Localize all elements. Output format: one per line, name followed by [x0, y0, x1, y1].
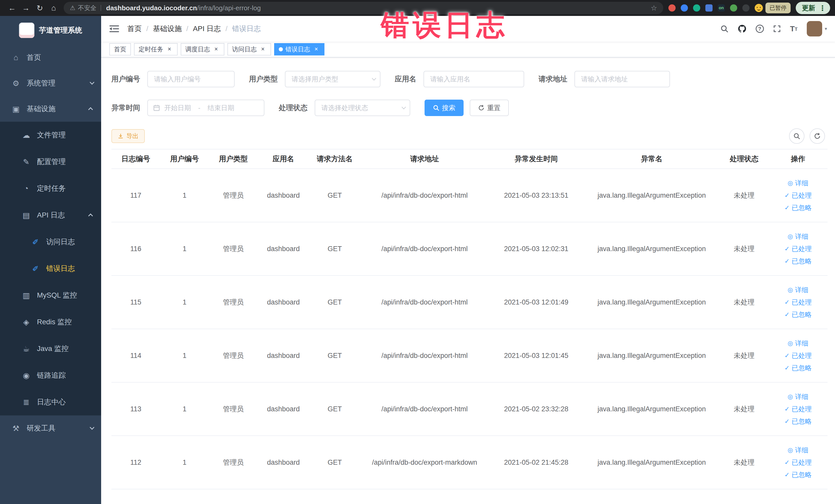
processed-link[interactable]: ✓已处理: [772, 296, 824, 308]
sidebar-item-access-log[interactable]: ✐ 访问日志: [0, 228, 101, 255]
check-icon: ✓: [785, 296, 790, 308]
sidebar-item-redis-monitor[interactable]: ◈ Redis 监控: [0, 309, 101, 335]
cell-method: GET: [309, 436, 360, 489]
table-row: 115 1 管理员 dashboard GET /api/infra/db-do…: [111, 276, 828, 329]
ignored-link[interactable]: ✓已忽略: [772, 255, 824, 267]
detail-link[interactable]: ◎详细: [772, 284, 824, 296]
processed-link[interactable]: ✓已处理: [772, 189, 824, 202]
sidebar-collapse-icon[interactable]: [109, 25, 119, 33]
fullscreen-icon[interactable]: [773, 25, 781, 33]
tab-error-log[interactable]: 错误日志: [274, 43, 324, 56]
extension-blue-icon[interactable]: [681, 4, 688, 12]
search-icon[interactable]: [720, 25, 729, 33]
close-icon[interactable]: [166, 46, 173, 53]
cell-actions: ◎详细 ✓已处理 ✓已忽略: [769, 276, 828, 329]
sidebar-item-trace[interactable]: ◉ 链路追踪: [0, 362, 101, 389]
ignored-link[interactable]: ✓已忽略: [772, 415, 824, 427]
browser-update-button[interactable]: 更新 ⋮: [796, 2, 830, 14]
request-url-input[interactable]: [574, 71, 670, 87]
extension-on-icon[interactable]: on: [718, 4, 725, 12]
sidebar-item-label: 基础设施: [27, 104, 56, 114]
extension-teal-icon[interactable]: [693, 4, 700, 12]
tab-dispatch-log[interactable]: 调度日志: [181, 43, 224, 56]
sidebar-item-dev-tools[interactable]: ⚒ 研发工具: [0, 416, 101, 441]
avatar[interactable]: [807, 21, 822, 37]
emoji-face-icon[interactable]: [755, 4, 763, 12]
browser-reload-icon[interactable]: ↻: [33, 1, 47, 15]
browser-menu-icon[interactable]: ⋮: [819, 4, 826, 12]
sidebar-item-label: 日志中心: [37, 397, 66, 407]
bookmark-star-icon[interactable]: ☆: [651, 4, 657, 12]
processed-link[interactable]: ✓已处理: [772, 243, 824, 255]
user-type-select[interactable]: 请选择用户类型: [285, 71, 381, 87]
browser-forward-icon[interactable]: →: [19, 1, 33, 15]
help-icon[interactable]: ?: [756, 25, 764, 33]
processed-link[interactable]: ✓已处理: [772, 456, 824, 468]
refresh-table-button[interactable]: [810, 128, 825, 144]
user-menu[interactable]: ▾: [807, 21, 827, 37]
export-button[interactable]: 导出: [111, 129, 145, 143]
date-range-picker[interactable]: 开始日期 - 结束日期: [147, 100, 264, 116]
sidebar-item-config-manage[interactable]: ✎ 配置管理: [0, 148, 101, 175]
cell-app-name: dashboard: [258, 329, 309, 382]
ignored-link[interactable]: ✓已忽略: [772, 468, 824, 481]
exception-time-label: 异常时间: [111, 103, 140, 113]
clock-icon: ◔: [21, 184, 32, 193]
ignored-link[interactable]: ✓已忽略: [772, 308, 824, 321]
cell-status: 未处理: [720, 169, 769, 222]
tab-home[interactable]: 首页: [109, 43, 131, 56]
table-row: 117 1 管理员 dashboard GET /api/infra/db-do…: [111, 169, 828, 222]
process-status-select[interactable]: 请选择处理状态: [315, 100, 410, 116]
breadcrumb-home[interactable]: 首页: [127, 24, 142, 34]
extension-grid-icon[interactable]: [705, 4, 713, 12]
close-icon[interactable]: [259, 46, 266, 53]
sidebar-item-infra[interactable]: ▣ 基础设施: [0, 96, 101, 122]
font-size-icon[interactable]: TT: [790, 25, 797, 33]
search-button[interactable]: 搜索: [425, 100, 464, 116]
close-icon[interactable]: [212, 46, 220, 53]
ignored-link[interactable]: ✓已忽略: [772, 362, 824, 374]
sidebar-item-home[interactable]: ⌂ 首页: [0, 45, 101, 70]
extension-paw-icon[interactable]: [742, 4, 750, 12]
sidebar-item-java-monitor[interactable]: ☕ Java 监控: [0, 335, 101, 362]
extension-green-icon[interactable]: [730, 4, 737, 12]
app-logo[interactable]: 芋道管理系统: [0, 16, 101, 45]
tab-scheduled-job[interactable]: 定时任务: [134, 43, 178, 56]
tab-access-log[interactable]: 访问日志: [227, 43, 271, 56]
hide-search-button[interactable]: [789, 128, 805, 144]
sidebar-item-error-log[interactable]: ✐ 错误日志: [0, 255, 101, 282]
detail-link[interactable]: ◎详细: [772, 337, 824, 349]
sidebar-item-scheduled-job[interactable]: ◔ 定时任务: [0, 175, 101, 202]
sidebar-item-system[interactable]: ⚙ 系统管理: [0, 70, 101, 96]
page-content: 用户编号 用户类型 请选择用户类型 应用名: [101, 58, 835, 504]
breadcrumb-api-log[interactable]: API 日志: [193, 24, 221, 34]
breadcrumb-infra[interactable]: 基础设施: [153, 24, 182, 34]
close-icon[interactable]: [313, 46, 320, 53]
ignored-link[interactable]: ✓已忽略: [772, 202, 824, 214]
processed-link[interactable]: ✓已处理: [772, 349, 824, 362]
app-name-input[interactable]: [424, 71, 524, 87]
user-type-label: 用户类型: [249, 74, 278, 84]
reset-button[interactable]: 重置: [470, 100, 509, 116]
sidebar-item-log-center[interactable]: ≣ 日志中心: [0, 389, 101, 416]
detail-link[interactable]: ◎详细: [772, 390, 824, 403]
detail-link[interactable]: ◎详细: [772, 444, 824, 456]
address-bar[interactable]: ⚠ 不安全 dashboard.yudao.iocoder.cn/infra/l…: [64, 2, 663, 14]
user-id-input[interactable]: [147, 71, 235, 87]
browser-home-icon[interactable]: ⌂: [47, 1, 61, 15]
sidebar-item-api-log[interactable]: ▤ API 日志: [0, 202, 101, 228]
chevron-down-icon: [89, 80, 95, 85]
detail-link[interactable]: ◎详细: [772, 177, 824, 189]
cell-exception-name: java.lang.IllegalArgumentException: [584, 436, 720, 489]
cell-exception-time: 2021-05-03 23:13:51: [489, 169, 584, 222]
paused-badge[interactable]: 已暂停: [766, 3, 791, 13]
processed-link[interactable]: ✓已处理: [772, 403, 824, 415]
browser-back-icon[interactable]: ←: [5, 1, 19, 15]
cell-method: GET: [309, 329, 360, 382]
detail-link[interactable]: ◎详细: [772, 230, 824, 243]
github-icon[interactable]: [738, 24, 747, 33]
security-warning-label[interactable]: 不安全: [78, 4, 97, 12]
sidebar-item-file-manage[interactable]: ☁ 文件管理: [0, 122, 101, 148]
extension-red-icon[interactable]: [668, 4, 676, 12]
sidebar-item-mysql-monitor[interactable]: ▥ MySQL 监控: [0, 282, 101, 309]
